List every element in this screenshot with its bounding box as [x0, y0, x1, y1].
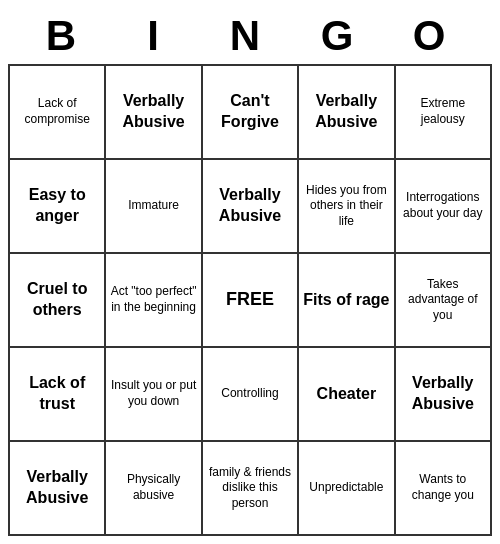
cell-r1-c3: Hides you from others in their life	[298, 159, 394, 253]
cell-r4-c0: Verbally Abusive	[9, 441, 105, 535]
cell-r0-c1: Verbally Abusive	[105, 65, 201, 159]
bingo-grid: Lack of compromiseVerbally AbusiveCan't …	[8, 64, 492, 536]
bingo-title: B I N G O	[8, 8, 492, 64]
cell-r4-c4: Wants to change you	[395, 441, 491, 535]
cell-r3-c0: Lack of trust	[9, 347, 105, 441]
cell-r4-c3: Unpredictable	[298, 441, 394, 535]
cell-r2-c4: Takes advantage of you	[395, 253, 491, 347]
cell-r3-c3: Cheater	[298, 347, 394, 441]
cell-r2-c3: Fits of rage	[298, 253, 394, 347]
title-letter-i: I	[112, 12, 204, 60]
cell-r4-c1: Physically abusive	[105, 441, 201, 535]
cell-r0-c0: Lack of compromise	[9, 65, 105, 159]
cell-r1-c4: Interrogations about your day	[395, 159, 491, 253]
cell-r0-c4: Extreme jealousy	[395, 65, 491, 159]
cell-r1-c2: Verbally Abusive	[202, 159, 298, 253]
cell-r0-c2: Can't Forgive	[202, 65, 298, 159]
cell-r3-c4: Verbally Abusive	[395, 347, 491, 441]
cell-r2-c2: FREE	[202, 253, 298, 347]
title-letter-g: G	[296, 12, 388, 60]
cell-r0-c3: Verbally Abusive	[298, 65, 394, 159]
cell-r3-c1: Insult you or put you down	[105, 347, 201, 441]
cell-r2-c1: Act "too perfect" in the beginning	[105, 253, 201, 347]
cell-r4-c2: family & friends dislike this person	[202, 441, 298, 535]
cell-r1-c0: Easy to anger	[9, 159, 105, 253]
cell-r2-c0: Cruel to others	[9, 253, 105, 347]
cell-r1-c1: Immature	[105, 159, 201, 253]
title-letter-b: B	[20, 12, 112, 60]
title-letter-n: N	[204, 12, 296, 60]
title-letter-o: O	[388, 12, 480, 60]
cell-r3-c2: Controlling	[202, 347, 298, 441]
